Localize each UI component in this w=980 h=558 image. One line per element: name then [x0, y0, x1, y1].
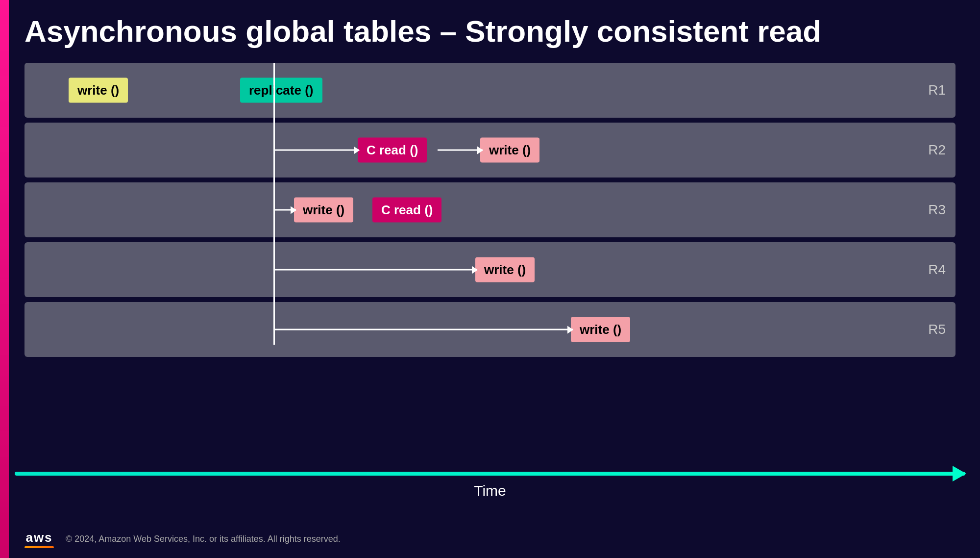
row-r1: write () replicate () R1 — [24, 63, 956, 118]
write-r2-badge: write () — [480, 138, 539, 163]
page-title: Asynchronous global tables – Strongly co… — [24, 15, 956, 48]
write-r1-badge: write () — [69, 78, 128, 103]
arrow-r5-to-write — [273, 329, 573, 330]
time-label: Time — [474, 482, 506, 499]
replicate-badge: replicate () — [240, 78, 322, 103]
c-read-r3-badge: C read () — [372, 198, 441, 223]
row-r3: write () C read () R3 — [24, 182, 956, 237]
aws-logo: aws — [24, 530, 54, 548]
write-r4-badge: write () — [475, 257, 535, 282]
row-r5-label: R5 — [928, 322, 946, 337]
row-r3-label: R3 — [928, 202, 946, 218]
c-read-r2-badge: C read () — [358, 138, 427, 163]
write-r3-badge: write () — [294, 198, 353, 223]
slide-container: Asynchronous global tables – Strongly co… — [0, 0, 980, 558]
left-accent-bar — [0, 0, 9, 558]
aws-underline — [24, 546, 54, 548]
row-r5: write () R5 — [24, 302, 956, 357]
arrow-r3-to-write — [273, 209, 296, 211]
vertical-replicate-line — [273, 63, 275, 345]
aws-text: aws — [25, 530, 52, 545]
row-r4: write () R4 — [24, 242, 956, 297]
write-r5-badge: write () — [571, 317, 630, 342]
arrow-r2-to-cread — [273, 150, 359, 151]
copyright-text: © 2024, Amazon Web Services, Inc. or its… — [66, 534, 341, 544]
arrow-r4-to-write — [273, 269, 477, 271]
row-r2: C read () write () R2 — [24, 123, 956, 178]
diagram-area: write () replicate () R1 C read () write… — [24, 63, 956, 357]
row-r1-label: R1 — [928, 82, 946, 98]
row-r2-label: R2 — [928, 142, 946, 158]
row-r4-label: R4 — [928, 262, 946, 278]
footer: aws © 2024, Amazon Web Services, Inc. or… — [24, 530, 341, 548]
time-arrow — [15, 472, 965, 476]
arrow-cread-to-write-r2 — [438, 150, 483, 151]
time-container: Time — [15, 472, 965, 499]
